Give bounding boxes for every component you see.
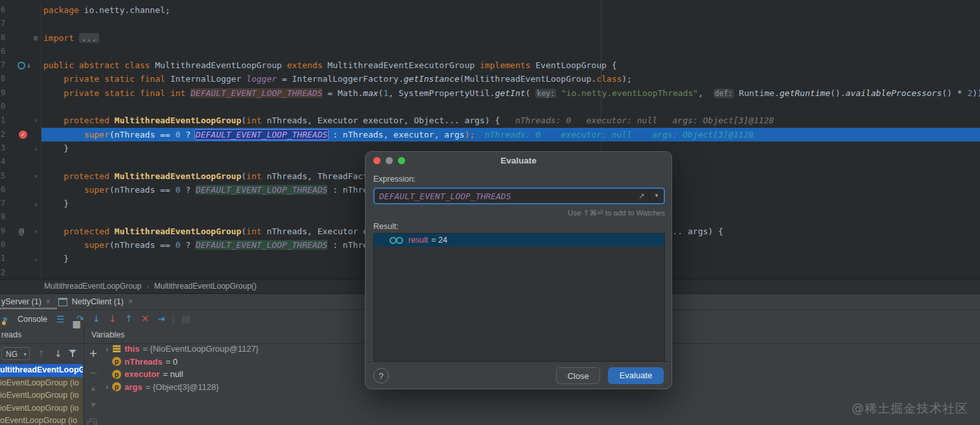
line-number: 2: [1, 266, 5, 279]
restore-layout-icon[interactable]: ☰: [56, 314, 65, 324]
line-number: 7: [1, 197, 5, 210]
evaluate-expression-icon[interactable]: ▦: [72, 316, 79, 323]
stack-frame-item[interactable]: ultithreadEventLoopG: [0, 364, 83, 377]
gutter: 0: [0, 100, 41, 114]
line-number: 3: [1, 141, 5, 155]
thread-selector-value: NG: [6, 350, 18, 359]
variable-row[interactable]: ›this= {NioEventLoopGroup@1127}: [102, 343, 259, 356]
add-watch-icon[interactable]: +: [88, 347, 99, 359]
line-number: 1: [1, 252, 5, 265]
close-window-icon[interactable]: [373, 157, 380, 164]
line-number: 4: [1, 155, 5, 169]
fold-open-icon[interactable]: ▿: [34, 225, 38, 238]
code-line[interactable]: 7↓public abstract class MultithreadEvent…: [0, 58, 980, 72]
tab-netty-server[interactable]: yServer (1) ×: [0, 294, 57, 310]
fold-close-icon[interactable]: ▵: [34, 141, 38, 155]
expand-editor-icon[interactable]: ↗: [638, 191, 645, 200]
step-out-icon[interactable]: ↑: [121, 311, 137, 327]
watch-glasses-icon: [396, 237, 403, 244]
variable-name: args: [124, 382, 142, 392]
hide-library-frames-filter-icon[interactable]: [69, 350, 76, 358]
expression-value[interactable]: DEFAULT_EVENT_LOOP_THREADS: [375, 191, 638, 201]
tab-netty-client[interactable]: NettyClient (1) ×: [57, 294, 139, 310]
window-icon: [58, 298, 67, 306]
dialog-titlebar[interactable]: Evaluate: [366, 152, 671, 169]
fold-close-icon[interactable]: ▵: [34, 197, 38, 210]
parameter-icon: p: [112, 370, 121, 379]
code-line[interactable]: 6package io.netty.channel;: [0, 3, 980, 17]
code-line[interactable]: 7: [0, 17, 980, 30]
move-watch-up-icon[interactable]: ▲: [88, 385, 99, 391]
code-text: [41, 45, 980, 58]
stack-frame-item[interactable]: ioEventLoopGroup (io: [0, 377, 83, 390]
code-text: super(nThreads == 0 ? DEFAULT_EVENT_LOOP…: [41, 128, 980, 141]
code-line[interactable]: 8 private static final InternalLogger lo…: [0, 72, 980, 86]
result-tree[interactable]: result = 24: [373, 233, 665, 361]
result-name: result: [408, 236, 428, 245]
breakpoint-icon[interactable]: ✓: [19, 130, 27, 139]
fold-open-icon[interactable]: ▿: [34, 114, 38, 127]
stack-frame-item[interactable]: ioEventLoopGroup (io: [0, 389, 83, 402]
minimize-window-icon[interactable]: [386, 157, 393, 164]
expand-chevron-icon[interactable]: ›: [102, 345, 111, 353]
layout-settings-icon[interactable]: ▤: [178, 311, 194, 327]
remove-watch-icon[interactable]: −: [88, 367, 99, 379]
line-number: 9: [1, 225, 5, 238]
close-icon[interactable]: ×: [128, 297, 133, 306]
variable-row[interactable]: pnThreads= 0: [102, 356, 259, 369]
frames-list: ultithreadEventLoopGioEventLoopGroup (io…: [0, 364, 83, 425]
gutter: 7: [0, 17, 41, 30]
expression-input[interactable]: DEFAULT_EVENT_LOOP_THREADS ↗ ▼: [373, 188, 665, 204]
line-number: 8: [1, 72, 5, 86]
drop-frame-icon[interactable]: ✕: [137, 311, 153, 327]
run-to-cursor-icon[interactable]: ⇥: [153, 311, 169, 327]
variable-name: this: [124, 344, 139, 354]
duplicate-watch-icon[interactable]: [89, 419, 97, 425]
frames-panel-header[interactable]: reads: [1, 330, 21, 339]
close-icon[interactable]: ×: [46, 297, 51, 306]
code-line[interactable]: 6: [0, 45, 980, 58]
close-button[interactable]: Close: [556, 367, 600, 384]
variable-name: executor: [124, 369, 159, 379]
tab-label: NettyClient (1): [72, 297, 124, 306]
implemented-marker-icon[interactable]: [18, 62, 25, 69]
fold-close-icon[interactable]: ▵: [34, 252, 38, 265]
execution-line[interactable]: 2✓ super(nThreads == 0 ? DEFAULT_EVENT_L…: [0, 128, 980, 141]
variables-panel-header[interactable]: Variables: [91, 330, 124, 339]
tab-console[interactable]: Console: [18, 315, 47, 324]
fold-open-icon[interactable]: ▿: [34, 169, 38, 183]
step-into-icon[interactable]: ↓: [88, 311, 104, 327]
code-line[interactable]: 8⊞import ...: [0, 31, 980, 45]
stack-frame-item[interactable]: oEventLoopGroup (io: [0, 415, 83, 425]
help-button[interactable]: ?: [373, 368, 389, 383]
expand-chevron-icon[interactable]: ›: [102, 383, 111, 391]
breadcrumb-method[interactable]: MultithreadEventLoopGroup(): [154, 282, 257, 291]
prev-frame-icon[interactable]: ↑: [38, 347, 45, 360]
thread-selector-dropdown[interactable]: NG ▾: [1, 347, 30, 360]
code-line[interactable]: 1▿ protected MultithreadEventLoopGroup(i…: [0, 114, 980, 127]
evaluate-button[interactable]: Evaluate: [608, 367, 664, 384]
tab-label: yServer (1): [1, 297, 41, 306]
stack-frame-item[interactable]: ioEventLoopGroup (io: [0, 402, 83, 415]
panel-divider[interactable]: [84, 327, 84, 425]
code-line[interactable]: 9 private static final int DEFAULT_EVENT…: [0, 86, 980, 100]
line-number: 9: [1, 86, 5, 100]
fold-expand-icon[interactable]: ⊞: [34, 31, 38, 45]
variable-row[interactable]: ›pargs= {Object[3]@1128}: [102, 381, 259, 394]
move-watch-down-icon[interactable]: ▼: [88, 402, 99, 408]
code-line[interactable]: 0: [0, 100, 980, 114]
code-text: public abstract class MultithreadEventLo…: [41, 58, 980, 72]
watermark: @稀土掘金技术社区: [852, 400, 968, 417]
expression-history-dropdown-icon[interactable]: ▼: [649, 189, 664, 203]
variable-row[interactable]: pexecutor= null: [102, 368, 259, 381]
line-number: 6: [1, 45, 5, 58]
dialog-title: Evaluate: [500, 156, 537, 165]
force-step-into-icon[interactable]: ↓: [104, 311, 121, 327]
gutter: 8: [0, 210, 41, 224]
expression-label: Expression:: [373, 175, 415, 184]
result-row[interactable]: result = 24: [374, 234, 664, 247]
next-frame-icon[interactable]: ↓: [54, 347, 62, 360]
gutter: 2✓: [0, 128, 41, 141]
zoom-window-icon[interactable]: [398, 157, 405, 164]
breadcrumb-class[interactable]: MultithreadEventLoopGroup: [44, 282, 141, 291]
